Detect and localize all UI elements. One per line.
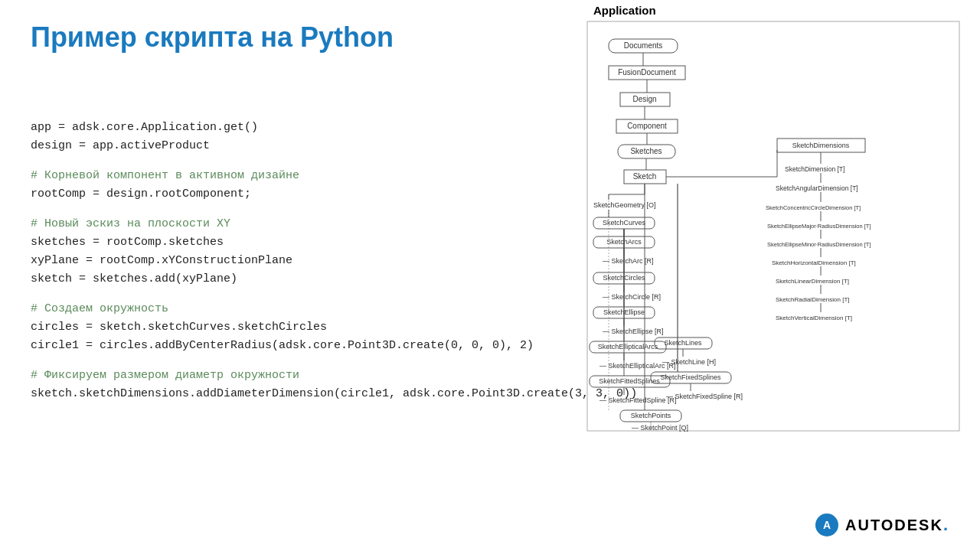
code-line: # Новый эскиз на плоскости XY	[31, 215, 582, 233]
svg-text:SketchAngularDimension  [T]: SketchAngularDimension [T]	[776, 184, 858, 192]
code-line: # Корневой компонент в активном дизайне	[31, 167, 582, 185]
svg-text:— SketchCircle  [R]: — SketchCircle [R]	[603, 293, 661, 301]
svg-text:SketchDimensions: SketchDimensions	[792, 142, 850, 149]
svg-text:Documents: Documents	[624, 41, 663, 50]
code-line: app = adsk.core.Application.get()	[31, 119, 582, 137]
svg-text:SketchLines: SketchLines	[664, 339, 702, 347]
autodesk-label: AUTODESK.	[845, 515, 949, 535]
svg-text:SketchHorizontalDimension  [T]: SketchHorizontalDimension [T]	[772, 259, 856, 266]
code-line: circles = sketch.sketchCurves.sketchCirc…	[31, 318, 582, 337]
svg-text:FusionDocument: FusionDocument	[618, 68, 676, 77]
code-line: xyPlane = rootComp.xYConstructionPlane	[31, 252, 582, 270]
autodesk-logo: A AUTODESK.	[815, 513, 949, 537]
svg-text:— SketchPoint  [Q]: — SketchPoint [Q]	[632, 424, 688, 432]
code-block: app = adsk.core.Application.get()design …	[31, 119, 582, 403]
svg-text:SketchDimension  [T]: SketchDimension [T]	[785, 165, 844, 173]
svg-text:— SketchLine  [H]: — SketchLine [H]	[662, 358, 716, 366]
page-title: Пример скрипта на Python	[31, 21, 394, 54]
svg-text:— SketchFixedSpline  [R]: — SketchFixedSpline [R]	[666, 393, 743, 400]
svg-text:Design: Design	[632, 95, 656, 103]
code-line: sketch = sketches.add(xyPlane)	[31, 270, 582, 289]
code-line: # Фиксируем размером диаметр окружности	[31, 367, 582, 385]
svg-text:SketchEllipseMinor·RadiusDimen: SketchEllipseMinor·RadiusDimension [T]	[767, 241, 871, 248]
svg-text:SketchEllipseMajor·RadiusDimen: SketchEllipseMajor·RadiusDimension [T]	[767, 223, 871, 230]
page-container: Пример скрипта на Python app = adsk.core…	[0, 0, 980, 551]
diagram-svg: Documents FusionDocument Design Componen…	[586, 20, 961, 433]
svg-text:— SketchEllipse  [R]: — SketchEllipse [R]	[603, 328, 664, 335]
autodesk-icon: A	[815, 513, 839, 537]
code-line	[31, 155, 582, 167]
svg-text:Sketch: Sketch	[633, 172, 657, 181]
svg-text:SketchPoints: SketchPoints	[631, 412, 671, 419]
code-line: sketch.sketchDimensions.addDiameterDimen…	[31, 385, 582, 403]
code-line: sketches = rootComp.sketches	[31, 233, 582, 252]
code-line: design = app.activeProduct	[31, 137, 582, 155]
code-line	[31, 289, 582, 300]
diagram-container: Application Documents FusionDocument Des…	[586, 4, 969, 432]
svg-text:SketchVerticalDimension  [T]: SketchVerticalDimension [T]	[776, 315, 852, 321]
svg-text:SketchFixedSplines: SketchFixedSplines	[660, 373, 721, 381]
code-line	[31, 355, 582, 367]
code-line: # Создаем окружность	[31, 300, 582, 318]
svg-text:Sketches: Sketches	[630, 147, 662, 155]
svg-text:SketchGeometry [O]: SketchGeometry [O]	[593, 201, 656, 209]
svg-text:A: A	[823, 519, 831, 531]
svg-text:— SketchFittedSpline  [R]: — SketchFittedSpline [R]	[599, 396, 677, 404]
svg-text:Component: Component	[627, 122, 667, 130]
svg-text:SketchConcentricCircleDimensio: SketchConcentricCircleDimension [T]	[766, 204, 861, 211]
svg-text:SketchCurves: SketchCurves	[603, 219, 646, 227]
svg-text:SketchRadialDimension  [T]: SketchRadialDimension [T]	[776, 296, 849, 303]
code-line	[31, 204, 582, 215]
svg-text:SketchEllipticalArcs: SketchEllipticalArcs	[598, 343, 658, 350]
diagram-title: Application	[586, 4, 969, 17]
svg-text:— SketchArc  [R]: — SketchArc [R]	[603, 257, 654, 265]
code-line: circle1 = circles.addByCenterRadius(adsk…	[31, 337, 582, 355]
svg-text:SketchLinearDimension  [T]: SketchLinearDimension [T]	[776, 278, 849, 285]
code-line: rootComp = design.rootComponent;	[31, 185, 582, 204]
